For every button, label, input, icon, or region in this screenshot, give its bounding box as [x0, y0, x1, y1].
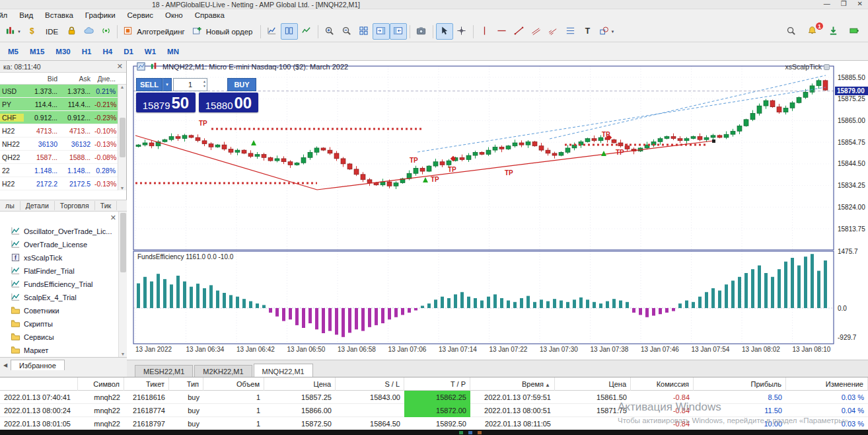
signal-button[interactable]: [97, 23, 114, 40]
history-column-header[interactable]: Тикет: [124, 377, 169, 391]
timeframe-M30[interactable]: M30: [50, 45, 75, 58]
tab-scroll-left-icon[interactable]: ◀: [0, 362, 11, 370]
zoom-out-button[interactable]: [338, 23, 355, 40]
navigator-item[interactable]: fxsScalpTick: [0, 251, 118, 264]
profiles-button[interactable]: $: [24, 23, 41, 40]
chart-tab-M2KH22M1[interactable]: M2KH22,M1: [194, 365, 252, 377]
shapes-button[interactable]: ▼: [597, 23, 618, 40]
history-column-header[interactable]: T / P: [404, 377, 470, 391]
history-column-header[interactable]: Комиссия: [631, 377, 694, 391]
navigator-item[interactable]: Сервисы: [0, 331, 118, 344]
close-icon[interactable]: ✕: [117, 63, 123, 70]
zoom-in-button[interactable]: [321, 23, 338, 40]
cursor-button[interactable]: [436, 23, 453, 40]
pitchfork-button[interactable]: [545, 23, 562, 40]
market-watch-row[interactable]: QH221587...1588...-0.08%: [0, 151, 126, 164]
history-column-header[interactable]: Прибыль: [694, 377, 786, 391]
volume-stepper[interactable]: ▲▼: [203, 79, 206, 89]
market-depth-button[interactable]: [281, 23, 298, 40]
restore-button[interactable]: ❐: [841, 0, 847, 7]
buy-price-display[interactable]: 15880 00: [199, 93, 258, 112]
navigator-item[interactable]: Советники: [0, 304, 118, 317]
timeframe-M5[interactable]: M5: [3, 45, 24, 58]
history-column-header[interactable]: Время▲: [470, 377, 555, 391]
trade-dropdown-icon[interactable]: ▼: [163, 78, 172, 91]
minimize-button[interactable]: —: [824, 0, 830, 7]
levels-button[interactable]: [562, 23, 579, 40]
timeframe-MN[interactable]: MN: [162, 45, 184, 58]
ide-button[interactable]: IDE: [41, 23, 63, 40]
timeframe-H4[interactable]: H4: [97, 45, 118, 58]
dock-right-button[interactable]: [373, 23, 390, 40]
lock-button[interactable]: [63, 23, 80, 40]
screenshot-button[interactable]: [413, 23, 430, 40]
market-watch-row[interactable]: USD1.373...1.373...0.21%: [0, 85, 126, 98]
menu-item-4[interactable]: Сервис: [122, 10, 159, 20]
panel-tab-1[interactable]: Детали: [20, 201, 55, 210]
history-row[interactable]: 2022.01.13 07:40:41mnqh2221618616buy1158…: [0, 391, 868, 404]
navigator-item[interactable]: OverTrade_License: [0, 238, 118, 251]
close-button[interactable]: ✕: [857, 0, 863, 7]
history-row[interactable]: 2022.01.13 08:00:24mnqh2221618774buy1158…: [0, 404, 868, 417]
scroll-down-icon[interactable]: ▼: [120, 186, 125, 190]
navigator-scrollbar[interactable]: ▼: [118, 212, 127, 357]
market-watch-scrollbar[interactable]: ▲ ▼: [118, 85, 126, 190]
navigator-item[interactable]: FundsEfficiency_Trial: [0, 278, 118, 291]
history-column-header[interactable]: [0, 377, 78, 391]
timeframe-D1[interactable]: D1: [118, 45, 139, 58]
new-chart-button[interactable]: ▼: [3, 23, 24, 40]
tile-windows-button[interactable]: [355, 23, 373, 40]
menu-item-2[interactable]: Вставка: [39, 10, 79, 20]
scroll-up-icon[interactable]: ▲: [120, 85, 125, 89]
tick-chart-button[interactable]: [264, 23, 281, 40]
horizontal-line-button[interactable]: [493, 23, 511, 40]
market-watch-row[interactable]: PY114.4...114.4...-0.21%: [0, 98, 126, 111]
market-watch-row[interactable]: 221.148...1.148...0.28%: [0, 164, 126, 177]
notifications-button[interactable]: 1: [803, 23, 820, 40]
chart-tab-MESH22M1[interactable]: MESH22,M1: [135, 365, 193, 377]
menu-item-5[interactable]: Окно: [159, 10, 189, 20]
navigator-item[interactable]: Скрипты: [0, 317, 118, 331]
navigator-item[interactable]: Oscillator_OverTrade_Lic...: [0, 225, 118, 238]
crosshair-button[interactable]: [453, 23, 470, 40]
history-column-header[interactable]: Цена: [264, 377, 336, 391]
chart-tab-MNQH22M1[interactable]: MNQH22,M1: [254, 364, 313, 377]
text-button[interactable]: T: [579, 23, 597, 40]
scrollbar-thumb[interactable]: [120, 118, 126, 157]
search-button[interactable]: [782, 23, 799, 40]
sell-button[interactable]: SELL: [136, 78, 163, 91]
history-column-header[interactable]: S / L: [336, 377, 404, 391]
navigator-item[interactable]: FlatFinder_Trial: [0, 264, 118, 278]
volume-input[interactable]: 1 ▲▼: [173, 78, 207, 91]
panel-tab-3[interactable]: Тик: [95, 201, 117, 210]
market-watch-row[interactable]: CHF0.912...0.912...-0.23%: [0, 111, 126, 124]
sell-price-display[interactable]: 15879 50: [136, 93, 196, 112]
menu-item-1[interactable]: Вид: [13, 10, 39, 20]
panel-tab-2[interactable]: Торговля: [55, 201, 95, 210]
dock-left-button[interactable]: [390, 23, 407, 40]
chart-panel[interactable]: MNQH22,M1: Micro E-mini Nasdaq-100 ($2):…: [127, 61, 868, 377]
line-chart-button[interactable]: [298, 23, 315, 40]
timeframe-M15[interactable]: M15: [24, 45, 50, 58]
timeframe-H1[interactable]: H1: [77, 45, 97, 58]
close-icon[interactable]: ✕: [110, 214, 116, 222]
history-column-header[interactable]: Тип: [169, 377, 203, 391]
trendline-button[interactable]: [511, 23, 528, 40]
menu-item-6[interactable]: Справка: [189, 10, 231, 20]
timeframe-W1[interactable]: W1: [139, 45, 161, 58]
scroll-down-icon[interactable]: ▼: [121, 352, 126, 356]
market-watch-row[interactable]: NH223613036132-0.13%: [0, 138, 126, 151]
price-axis[interactable]: 15885.5015875.2515865.0015854.7515844.50…: [835, 61, 868, 358]
new-order-button[interactable]: Новый ордер: [190, 23, 258, 40]
history-row[interactable]: 2022.01.13 08:01:05mnqh2221618797buy1158…: [0, 417, 868, 430]
market-watch-row[interactable]: H224713...4713...-0.10%: [0, 124, 126, 138]
history-column-header[interactable]: Объем: [203, 377, 264, 391]
menu-item-0[interactable]: Файл: [0, 10, 13, 20]
menu-item-3[interactable]: Графики: [79, 10, 122, 20]
vertical-line-button[interactable]: [476, 23, 493, 40]
tab-favorites[interactable]: Избранное: [11, 360, 65, 370]
navigator-item[interactable]: Маркет: [0, 344, 118, 357]
cloud-button[interactable]: [80, 23, 97, 40]
buy-button[interactable]: BUY: [227, 78, 256, 91]
history-column-header[interactable]: Цена: [555, 377, 631, 391]
